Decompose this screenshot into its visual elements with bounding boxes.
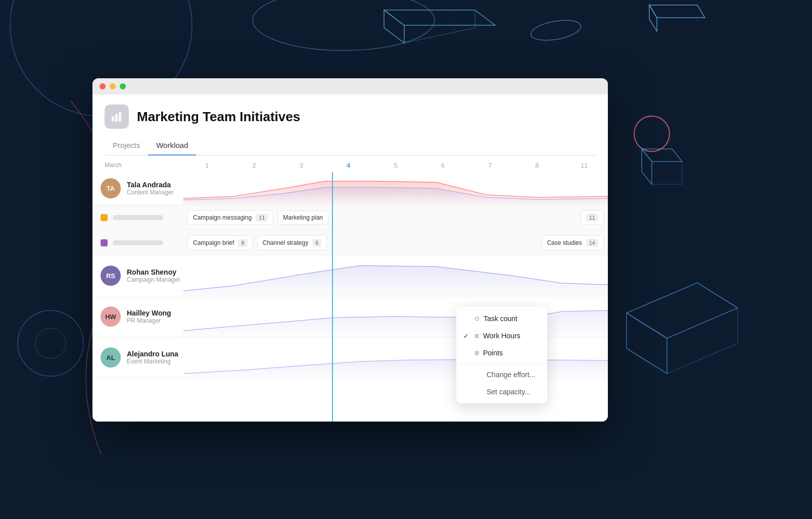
- date-3: 3: [278, 162, 325, 169]
- current-date-line: [332, 172, 333, 422]
- person-info-hailley: Hailley Wong PR Manager: [127, 309, 171, 324]
- avatar-rohan: RS: [101, 266, 121, 286]
- task-chip-channel-strategy[interactable]: Channel strategy 6: [257, 235, 327, 250]
- dropdown-item-change-effort[interactable]: Change effort...: [456, 366, 547, 383]
- person-role-alejandro: Event Marketing: [127, 358, 178, 365]
- minimize-button[interactable]: [110, 83, 116, 89]
- dropdown-item-points[interactable]: ⊞ Points: [456, 344, 547, 361]
- title-row: Marketing Team Initiatives: [105, 105, 596, 129]
- task-label-campaign-messaging: Campaign messaging: [193, 214, 252, 221]
- person-role-tala: Content Manager: [127, 189, 174, 196]
- dropdown-label-task-count: Task count: [484, 315, 517, 323]
- task-count-case-studies: 14: [586, 239, 598, 247]
- avatar-alejandro: AL: [101, 347, 121, 368]
- dropdown-label-change-effort: Change effort...: [487, 371, 535, 379]
- nav-tabs: Projects Workload: [105, 137, 596, 155]
- task-count-right: 11: [586, 214, 598, 222]
- avatar-hailley: HW: [101, 306, 121, 327]
- dropdown-label-work-hours: Work Hours: [483, 332, 520, 340]
- sub-row-tasks-2: Campaign brief 8 Channel strategy 6 Case…: [183, 230, 608, 255]
- sub-row-name-placeholder-1: [113, 215, 163, 220]
- dropdown-item-task-count[interactable]: ⊙ Task count: [456, 310, 547, 327]
- close-button[interactable]: [100, 83, 106, 89]
- svg-rect-8: [112, 117, 114, 122]
- main-area: March 1 2 3 4 5 6 7 8 11: [92, 155, 608, 422]
- date-11: 11: [561, 162, 608, 169]
- titlebar: [92, 78, 608, 94]
- task-count-campaign-messaging: 11: [256, 214, 268, 222]
- task-label-case-studies: Case studies: [547, 239, 582, 246]
- person-name-rohan: Rohan Shenoy: [127, 268, 180, 276]
- person-row-tala: TA Tala Andrada Content Manager: [92, 172, 608, 204]
- timeline-month: March: [105, 162, 121, 169]
- person-role-hailley: PR Manager: [127, 317, 171, 324]
- svg-rect-9: [115, 114, 118, 122]
- sub-row-orange: Campaign messaging 11 Marketing plan 11: [92, 204, 608, 230]
- date-4: 4: [325, 162, 372, 169]
- app-window: Marketing Team Initiatives Projects Work…: [92, 78, 608, 422]
- tab-projects[interactable]: Projects: [105, 137, 148, 155]
- grid-icon-work-hours: ⊞: [474, 333, 479, 339]
- svg-rect-10: [119, 112, 121, 122]
- sub-row-color-purple: [101, 239, 108, 246]
- app-header: Marketing Team Initiatives Projects Work…: [92, 94, 608, 155]
- task-count-channel-strategy: 6: [312, 239, 321, 247]
- app-icon: [105, 105, 129, 129]
- sub-rows-tala: Campaign messaging 11 Marketing plan 11: [92, 204, 608, 255]
- dropdown-label-set-capacity: Set capacity...: [487, 388, 531, 396]
- person-section-tala: TA Tala Andrada Content Manager: [92, 172, 608, 255]
- dropdown-item-work-hours[interactable]: ✓ ⊞ Work Hours: [456, 327, 547, 344]
- person-info-tala: Tala Andrada Content Manager: [127, 181, 174, 196]
- grid-icon-points: ⊞: [474, 350, 479, 356]
- sub-row-purple: Campaign brief 8 Channel strategy 6 Case…: [92, 230, 608, 255]
- window-content: Marketing Team Initiatives Projects Work…: [92, 94, 608, 422]
- person-name-hailley: Hailley Wong: [127, 309, 171, 317]
- check-mark-icon: ✓: [463, 332, 470, 340]
- task-label-marketing-plan: Marketing plan: [283, 214, 323, 221]
- task-chip-count-right[interactable]: 11: [581, 210, 604, 225]
- task-chip-campaign-brief[interactable]: Campaign brief 8: [187, 235, 253, 250]
- sub-row-name-placeholder-2: [113, 240, 163, 245]
- person-chart-rohan: [183, 255, 608, 296]
- task-label-campaign-brief: Campaign brief: [193, 239, 234, 246]
- sub-row-tasks-1: Campaign messaging 11 Marketing plan 11: [183, 205, 608, 230]
- dropdown-label-points: Points: [483, 349, 503, 357]
- task-count-campaign-brief: 8: [238, 239, 247, 247]
- date-7: 7: [466, 162, 513, 169]
- person-name-alejandro: Alejandro Luna: [127, 350, 178, 358]
- maximize-button[interactable]: [120, 83, 126, 89]
- circle-icon-task: ⊙: [474, 315, 480, 322]
- person-info-rohan: Rohan Shenoy Campaign Manager: [127, 268, 180, 283]
- task-label-channel-strategy: Channel strategy: [263, 239, 309, 246]
- date-5: 5: [372, 162, 419, 169]
- date-1: 1: [183, 162, 230, 169]
- task-chip-campaign-messaging[interactable]: Campaign messaging 11: [187, 210, 273, 225]
- sub-row-color-orange: [101, 214, 108, 221]
- avatar-tala: TA: [101, 178, 121, 198]
- date-2: 2: [230, 162, 277, 169]
- person-row-rohan: RS Rohan Shenoy Campaign Manager: [92, 255, 608, 296]
- timeline-dates: 1 2 3 4 5 6 7 8 11: [92, 162, 608, 169]
- dropdown-menu: ⊙ Task count ✓ ⊞ Work Hours ⊞ Points: [456, 307, 547, 403]
- person-role-rohan: Campaign Manager: [127, 276, 180, 283]
- date-6: 6: [419, 162, 466, 169]
- date-8: 8: [513, 162, 560, 169]
- task-chip-case-studies[interactable]: Case studies 14: [541, 235, 604, 250]
- person-name-tala: Tala Andrada: [127, 181, 174, 189]
- person-section-rohan: RS Rohan Shenoy Campaign Manager: [92, 255, 608, 296]
- task-chip-marketing-plan[interactable]: Marketing plan: [277, 211, 328, 225]
- person-chart-tala: [183, 172, 608, 204]
- person-info-alejandro: Alejandro Luna Event Marketing: [127, 350, 178, 365]
- page-title: Marketing Team Initiatives: [137, 109, 300, 125]
- timeline-header: March 1 2 3 4 5 6 7 8 11: [92, 155, 608, 172]
- tab-workload[interactable]: Workload: [148, 137, 196, 155]
- dropdown-divider: [456, 364, 547, 364]
- dropdown-item-set-capacity[interactable]: Set capacity...: [456, 383, 547, 400]
